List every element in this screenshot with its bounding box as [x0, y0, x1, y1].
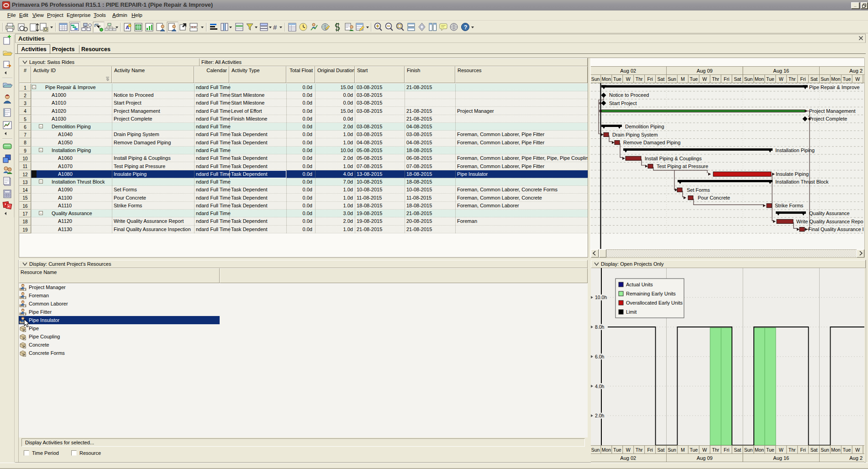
svg-text:Fri: Fri — [800, 76, 805, 82]
svg-text:Insulate Piping: Insulate Piping — [776, 171, 809, 177]
svg-text:Sat: Sat — [658, 447, 665, 453]
svg-text:Aug 09: Aug 09 — [697, 455, 713, 461]
svg-text:#: # — [273, 23, 277, 31]
svg-text:Aug 02: Aug 02 — [620, 68, 636, 74]
svg-text:2.0h: 2.0h — [595, 413, 605, 418]
svg-text:W: W — [702, 447, 707, 453]
svg-text:Sat: Sat — [658, 76, 665, 82]
svg-text:Tue: Tue — [766, 447, 774, 453]
svg-text:Tue: Tue — [689, 76, 698, 82]
svg-text:Fri: Fri — [647, 447, 652, 453]
svg-text:Sat: Sat — [810, 447, 818, 453]
svg-text:W: W — [855, 447, 860, 453]
svg-text:Strike Forms: Strike Forms — [775, 203, 804, 208]
svg-text:W: W — [779, 447, 784, 453]
svg-text:Thr: Thr — [636, 76, 643, 82]
svg-text:Fri: Fri — [724, 76, 729, 82]
svg-text:Mon: Mon — [755, 76, 764, 82]
svg-text:Tue: Tue — [613, 76, 621, 82]
svg-text:Demolition Piping: Demolition Piping — [625, 124, 664, 129]
svg-text:Sat: Sat — [810, 76, 818, 82]
svg-text:Pipe Repair & Improve: Pipe Repair & Improve — [809, 84, 860, 90]
svg-text:Start Project: Start Project — [609, 100, 637, 106]
svg-text:Thr: Thr — [636, 447, 643, 453]
svg-text:Sun: Sun — [668, 76, 676, 82]
svg-text:W: W — [626, 76, 631, 82]
svg-text:Mon: Mon — [831, 447, 841, 453]
svg-text:Aug 02: Aug 02 — [620, 455, 636, 461]
svg-text:W: W — [855, 76, 860, 82]
svg-text:Write Quality Assurance Repo: Write Quality Assurance Repo — [796, 219, 863, 224]
svg-text:Test Piping at Pressure: Test Piping at Pressure — [657, 163, 708, 169]
svg-text:Tue: Tue — [766, 76, 774, 82]
svg-text:M: M — [681, 76, 685, 82]
svg-text:Fri: Fri — [647, 76, 652, 82]
svg-text:Pour Concrete: Pour Concrete — [698, 195, 730, 200]
svg-text:Project Complete: Project Complete — [809, 116, 847, 121]
svg-text:Mon: Mon — [755, 447, 764, 453]
svg-text:Drain Piping System: Drain Piping System — [612, 132, 658, 137]
svg-text:Aug 2: Aug 2 — [849, 68, 863, 74]
svg-text:Installation Piping: Installation Piping — [775, 148, 815, 153]
svg-text:4.0h: 4.0h — [595, 384, 605, 389]
svg-text:Installation Thrust Block: Installation Thrust Block — [775, 179, 829, 184]
svg-text:Tue: Tue — [613, 447, 621, 453]
svg-text:Sun: Sun — [668, 447, 676, 453]
svg-text:Tue: Tue — [843, 447, 851, 453]
svg-text:Aug 16: Aug 16 — [773, 68, 789, 74]
svg-text:Fri: Fri — [724, 447, 729, 453]
svg-text:Mon: Mon — [602, 447, 611, 453]
svg-text:6.0h: 6.0h — [595, 354, 605, 359]
svg-text:Aug 2: Aug 2 — [849, 455, 863, 461]
svg-text:Sun: Sun — [591, 447, 600, 453]
svg-text:Sun: Sun — [744, 76, 753, 82]
svg-text:Thr: Thr — [712, 76, 719, 82]
svg-text:Remaining Early Units: Remaining Early Units — [626, 291, 676, 296]
svg-text:Thr: Thr — [712, 447, 719, 453]
svg-text:Project Management: Project Management — [809, 108, 856, 114]
svg-text:Final Quality Assurance I: Final Quality Assurance I — [808, 227, 864, 232]
svg-text:Tue: Tue — [843, 76, 851, 82]
svg-text:M: M — [681, 447, 685, 453]
svg-text:8.0h: 8.0h — [595, 324, 605, 330]
svg-text:Install Piping & Couplings: Install Piping & Couplings — [645, 156, 702, 161]
svg-text:Sat: Sat — [734, 76, 741, 82]
svg-text:Quality Assurance: Quality Assurance — [809, 211, 850, 216]
svg-text:Sun: Sun — [591, 76, 600, 82]
svg-text:Set Forms: Set Forms — [687, 187, 710, 193]
svg-text:Sun: Sun — [821, 447, 829, 453]
svg-text:Sat: Sat — [734, 447, 741, 453]
svg-text:W: W — [626, 447, 631, 453]
svg-text:Thr: Thr — [789, 76, 796, 82]
svg-text:Actual Units: Actual Units — [626, 282, 653, 287]
svg-text:Mon: Mon — [602, 76, 611, 82]
svg-text:Sun: Sun — [744, 447, 753, 453]
svg-text:?: ? — [464, 24, 467, 31]
svg-text:Tue: Tue — [689, 447, 698, 453]
svg-text:10.0h: 10.0h — [595, 295, 607, 300]
svg-text:Fri: Fri — [800, 447, 805, 453]
svg-text:Notice to Proceed: Notice to Proceed — [609, 92, 649, 98]
svg-text:Aug 09: Aug 09 — [697, 68, 713, 74]
svg-text:W: W — [779, 76, 784, 82]
svg-text:Aug 16: Aug 16 — [773, 455, 789, 461]
svg-text:Mon: Mon — [831, 76, 841, 82]
svg-text:Remove Damaged Piping: Remove Damaged Piping — [623, 140, 680, 145]
svg-text:Limit: Limit — [626, 309, 637, 315]
svg-text:W: W — [702, 76, 707, 82]
svg-text:Thr: Thr — [789, 447, 796, 453]
svg-text:Sun: Sun — [821, 76, 829, 82]
svg-text:Overallocated Early Units: Overallocated Early Units — [626, 300, 683, 306]
